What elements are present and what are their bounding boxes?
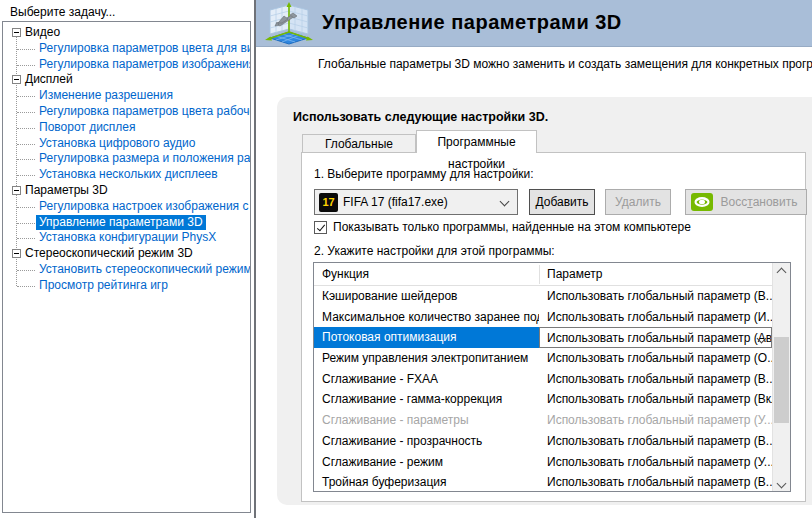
tree-stub	[17, 65, 35, 66]
page-description: Глобальные параметры 3D можно заменить и…	[318, 57, 812, 71]
sidebar-item-image-video[interactable]: Регулировка параметров изображения д	[3, 57, 250, 73]
tree-stub	[17, 223, 35, 224]
settings-table: Функция Параметр Кэширование шейдеров Ис…	[313, 262, 791, 492]
table-row[interactable]: Сглаживание - прозрачность Использовать …	[314, 431, 772, 452]
scroll-up-button[interactable]	[773, 263, 790, 280]
check-icon	[316, 223, 324, 232]
table-row[interactable]: Сглаживание - FXAA Использовать глобальн…	[314, 369, 772, 390]
sidebar-item-game-rating[interactable]: Просмотр рейтинга игр	[3, 278, 250, 294]
column-header-param: Параметр	[547, 267, 602, 281]
column-header-feature: Функция	[322, 267, 369, 281]
tree-stub	[17, 96, 35, 97]
table-row[interactable]: Кэширование шейдеров Использовать глобал…	[314, 286, 772, 307]
table-row[interactable]: Максимальное количество заранее под... И…	[314, 307, 772, 328]
page-header: Управление параметрами 3D	[256, 0, 812, 47]
table-row-disabled[interactable]: Сглаживание - параметры Использовать гло…	[314, 410, 772, 431]
tree-stub	[17, 112, 35, 113]
column-divider	[539, 265, 540, 284]
tree-group-3d-settings[interactable]: Параметры 3D	[3, 183, 250, 199]
tree-stub	[17, 270, 35, 271]
tab-program-settings[interactable]: Программные настройки	[416, 130, 537, 153]
task-sidebar: Выберите задачу... Видео Регулировка пар…	[0, 0, 254, 518]
table-scrollbar[interactable]	[772, 263, 790, 491]
table-row[interactable]: Тройная буферизация Использовать глобаль…	[314, 472, 772, 493]
sidebar-item-rotation[interactable]: Поворот дисплея	[3, 120, 250, 136]
restore-button[interactable]: Восстановить	[685, 189, 807, 215]
sidebar-item-size-position[interactable]: Регулировка размера и положения рабоч	[3, 151, 250, 167]
table-row[interactable]: Сглаживание - режим Использовать глобаль…	[314, 452, 772, 473]
sidebar-item-desktop-color[interactable]: Регулировка параметров цвета рабочег	[3, 104, 250, 120]
tab-global-settings[interactable]: Глобальные параметры	[302, 134, 416, 152]
main-pane: Управление параметрами 3D Глобальные пар…	[256, 0, 812, 518]
tree-stub	[17, 286, 35, 287]
sidebar-item-resolution[interactable]: Изменение разрешения	[3, 88, 250, 104]
tree-stub	[17, 128, 35, 129]
chevron-down-icon	[500, 197, 510, 207]
tree-group-stereo-3d[interactable]: Стереоскопический режим 3D	[3, 246, 250, 262]
settings-panel: Использовать следующие настройки 3D. Гло…	[277, 97, 812, 505]
panel-heading: Использовать следующие настройки 3D.	[293, 110, 548, 124]
collapse-icon[interactable]	[12, 249, 21, 258]
table-row-selected[interactable]: Потоковая оптимизация Использовать глоба…	[314, 327, 772, 348]
collapse-icon[interactable]	[12, 75, 21, 84]
table-header: Функция Параметр	[314, 263, 772, 286]
tree-stub	[17, 144, 35, 145]
sidebar-item-color-video[interactable]: Регулировка параметров цвета для вид	[3, 41, 250, 57]
tree-stub	[17, 49, 35, 50]
sidebar-item-manage-3d-settings[interactable]: Управление параметрами 3D	[3, 215, 250, 231]
fifa17-app-icon: 17	[319, 193, 338, 212]
sidebar-title: Выберите задачу...	[10, 5, 115, 19]
table-row[interactable]: Режим управления электропитанием Использ…	[314, 348, 772, 369]
task-tree: Видео Регулировка параметров цвета для в…	[2, 21, 251, 513]
sidebar-item-set-stereo[interactable]: Установить стереоскопический режим 3	[3, 262, 250, 278]
program-select-value: FIFA 17 (fifa17.exe)	[343, 195, 448, 209]
checkbox-label: Показывать только программы, найденные н…	[333, 220, 691, 234]
collapse-icon[interactable]	[12, 28, 21, 37]
page-title: Управление параметрами 3D	[322, 11, 622, 34]
show-only-installed-checkbox[interactable]	[314, 221, 327, 234]
sidebar-item-physx[interactable]: Установка конфигурации PhysX	[3, 230, 250, 246]
table-row[interactable]: Сглаживание - гамма-коррекция Использова…	[314, 389, 772, 410]
sidebar-item-digital-audio[interactable]: Установка цифрового аудио	[3, 136, 250, 152]
program-select[interactable]: 17 FIFA 17 (fifa17.exe)	[314, 189, 518, 215]
tree-group-display[interactable]: Дисплей	[3, 72, 250, 88]
tree-group-video[interactable]: Видео	[3, 25, 250, 41]
tree-stub	[17, 159, 35, 160]
tree-stub	[17, 207, 35, 208]
param-dropdown[interactable]: Использовать глобальный параметр (Ав	[539, 327, 772, 348]
scroll-down-button[interactable]	[773, 474, 790, 491]
tree-stub	[17, 175, 35, 176]
3d-settings-icon	[264, 2, 314, 49]
collapse-icon[interactable]	[12, 186, 21, 195]
tree-stub	[17, 238, 35, 239]
program-settings-tab-content: 1. Выберите программу для настройки: 17 …	[301, 152, 806, 502]
nvidia-logo-icon	[691, 193, 713, 219]
sidebar-item-image-preview[interactable]: Регулировка настроек изображения с пр	[3, 199, 250, 215]
sidebar-item-multi-display[interactable]: Установка нескольких дисплеев	[3, 167, 250, 183]
scrollbar-thumb[interactable]	[774, 337, 789, 423]
add-button[interactable]: Добавить	[529, 189, 595, 215]
remove-button[interactable]: Удалить	[605, 189, 671, 215]
step2-label: 2. Укажите настройки для этой программы:	[314, 244, 555, 258]
